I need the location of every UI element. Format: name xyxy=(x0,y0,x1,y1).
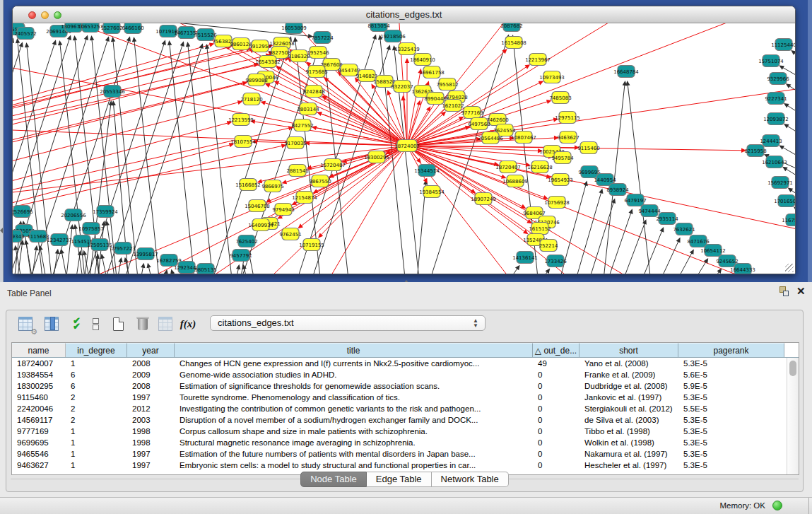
network-canvas[interactable]: 1872400710557232405572206914061309673310… xyxy=(13,23,795,274)
tab-network-table[interactable]: Network Table xyxy=(432,472,509,487)
float-panel-icon[interactable] xyxy=(778,286,790,298)
graph-node-15751074[interactable]: 15751074 xyxy=(758,55,784,67)
graph-node-9777169[interactable]: 9777169 xyxy=(461,107,483,119)
graph-node-5912954[interactable]: 5912954 xyxy=(249,40,271,52)
column-header-title[interactable]: title xyxy=(175,343,533,357)
graph-node-2718120[interactable]: 2718120 xyxy=(240,93,262,105)
graph-node-252214[interactable]: 252214 xyxy=(539,240,558,252)
table-row[interactable]: 1456911722003Disruption of a novel membe… xyxy=(12,414,787,426)
graph-node-9175685[interactable]: 9175685 xyxy=(305,66,327,78)
select-column-button[interactable] xyxy=(42,315,61,333)
graph-node-11675343[interactable]: 11675343 xyxy=(782,214,795,226)
graph-node-10719155[interactable]: 10719155 xyxy=(299,239,324,251)
graph-node-18720407[interactable]: 18720407 xyxy=(495,161,521,173)
column-header-year[interactable]: year xyxy=(127,343,175,357)
graph-node-9329966[interactable]: 9329966 xyxy=(767,73,789,85)
graph-node-16961758[interactable]: 16961758 xyxy=(419,66,445,78)
graph-node-1952546[interactable]: 1952546 xyxy=(307,47,329,59)
graph-node-2087682[interactable]: 2087682 xyxy=(500,23,522,32)
graph-node-10975857[interactable]: 10975857 xyxy=(78,223,104,235)
table-row[interactable]: 911546021997Tourette syndrome. Phenomeno… xyxy=(12,392,787,403)
graph-node-2935114[interactable]: 2935114 xyxy=(656,213,678,225)
splitter-collapse-icon[interactable] xyxy=(0,228,3,233)
graph-node-2803144[interactable]: 2803144 xyxy=(297,103,319,115)
graph-node-18640910[interactable]: 18640910 xyxy=(410,54,435,66)
graph-node-9762451[interactable]: 9762451 xyxy=(279,228,301,240)
graph-node-11125440[interactable]: 11125440 xyxy=(771,39,795,51)
graph-node-10756928[interactable]: 10756928 xyxy=(544,197,570,209)
graph-node-15692971[interactable]: 15692971 xyxy=(767,177,793,189)
column-header-name[interactable]: name xyxy=(12,343,66,357)
delete-table-button[interactable] xyxy=(134,315,152,333)
left-panel-splitter[interactable] xyxy=(0,0,4,282)
graph-node-12213599[interactable]: 12213599 xyxy=(228,114,254,126)
graph-node-9794943[interactable]: 9794943 xyxy=(272,204,294,216)
graph-node-2881541[interactable]: 2881541 xyxy=(286,165,308,177)
graph-node-9170035[interactable]: 9170035 xyxy=(284,137,306,149)
graph-node-1244413[interactable]: 1244413 xyxy=(760,135,782,147)
graph-node-19654923[interactable]: 19654923 xyxy=(548,174,573,186)
column-header-in-degree[interactable]: in_degree xyxy=(66,343,127,357)
graph-node-9495784[interactable]: 9495784 xyxy=(551,152,574,164)
validate-rows-button[interactable]: ✔✔ xyxy=(67,315,86,333)
column-header-pagerank[interactable]: pagerank xyxy=(678,343,784,357)
scrollbar-thumb[interactable] xyxy=(789,361,796,376)
graph-node-13995817[interactable]: 13995817 xyxy=(133,248,158,260)
graph-node-9866975[interactable]: 9866975 xyxy=(261,180,283,192)
graph-node-18107554[interactable]: 18107554 xyxy=(230,136,256,148)
graph-node-20206556[interactable]: 20206556 xyxy=(61,209,86,221)
table-row[interactable]: 2242004622012Investigating the contribut… xyxy=(12,403,787,414)
graph-node-7632621[interactable]: 7632621 xyxy=(673,223,695,235)
graph-node-17359924[interactable]: 17359924 xyxy=(93,206,118,218)
graph-node-18907249[interactable]: 18907249 xyxy=(471,193,496,205)
graph-node-7625402[interactable]: 7625402 xyxy=(235,235,257,247)
graph-node-1615152[interactable]: 1615152 xyxy=(529,223,551,235)
window-resize-grip[interactable] xyxy=(785,264,794,272)
graph-node-9805135[interactable]: 9805135 xyxy=(194,264,216,274)
graph-node-12093872[interactable]: 12093872 xyxy=(763,113,789,125)
graph-node-2405572[interactable]: 2405572 xyxy=(14,28,36,40)
graph-node-18724007[interactable]: 18724007 xyxy=(394,140,420,152)
graph-node-16648784[interactable]: 16648784 xyxy=(613,66,639,78)
graph-node-1115683[interactable]: 1115683 xyxy=(27,230,49,243)
table-settings-button[interactable]: ⚙ xyxy=(16,315,35,333)
graph-node-17016504[interactable]: 17016504 xyxy=(774,195,795,207)
tab-edge-table[interactable]: Edge Table xyxy=(367,472,432,487)
graph-node-9867550[interactable]: 9867550 xyxy=(309,175,331,187)
graph-node-2526695[interactable]: 2526695 xyxy=(13,206,33,218)
table-row[interactable]: 977716911998Corpus callosum shape and si… xyxy=(12,426,787,437)
graph-node-19384554[interactable]: 19384554 xyxy=(419,186,445,198)
graph-node-9227341[interactable]: 9227341 xyxy=(765,93,787,105)
column-header-out-de-[interactable]: △ out_de... xyxy=(533,343,579,357)
function-builder-button[interactable]: f(x) xyxy=(179,315,197,333)
table-row[interactable]: 1830029562008Estimation of significance … xyxy=(12,380,787,392)
graph-node-8322037[interactable]: 8322037 xyxy=(391,81,413,93)
graph-node-16216628[interactable]: 16216628 xyxy=(527,161,553,173)
graph-node-8215958[interactable]: 8215958 xyxy=(744,145,766,157)
graph-node-8938924[interactable]: 8938924 xyxy=(606,184,629,196)
graph-node-9474444[interactable]: 9474444 xyxy=(638,205,661,217)
graph-node-7857224[interactable]: 7857224 xyxy=(311,32,334,44)
graph-node-6497568[interactable]: 6497568 xyxy=(468,118,490,130)
table-row[interactable]: 1872400712008Changes of HCN gene express… xyxy=(12,358,787,369)
graph-node-10688609[interactable]: 10688609 xyxy=(502,175,528,187)
table-row[interactable]: 1938455462009Genome-wide association stu… xyxy=(12,369,787,380)
graph-node-9463627[interactable]: 9463627 xyxy=(557,132,579,144)
graph-node-1527602[interactable]: 1527602 xyxy=(100,23,122,34)
graph-node-12975115[interactable]: 12975115 xyxy=(555,112,580,124)
table-row[interactable]: 969969511998Structural magnetic resonanc… xyxy=(12,437,787,448)
right-panel-splitter[interactable] xyxy=(808,0,812,282)
network-view-window[interactable]: citations_edges.txt 18724007105572324055… xyxy=(12,6,796,274)
rows-button[interactable] xyxy=(86,315,105,333)
column-header-short[interactable]: short xyxy=(579,343,678,357)
graph-node-9242848[interactable]: 9242848 xyxy=(302,86,324,98)
graph-node-9457791[interactable]: 9457791 xyxy=(230,250,252,262)
graph-node-9899088[interactable]: 9899088 xyxy=(245,74,267,86)
table-row[interactable]: 946554611997Estimation of the future num… xyxy=(12,448,787,460)
graph-node-13325419[interactable]: 13325419 xyxy=(394,43,420,55)
graph-node-6466160[interactable]: 6466160 xyxy=(122,23,143,34)
close-panel-icon[interactable]: ✕ xyxy=(796,285,806,298)
graph-node-14136141[interactable]: 14136141 xyxy=(512,252,538,264)
network-graph-svg[interactable]: 1872400710557232405572206914061309673310… xyxy=(13,23,795,274)
table-selector-dropdown[interactable]: citations_edges.txt ▲▼ xyxy=(210,315,486,331)
